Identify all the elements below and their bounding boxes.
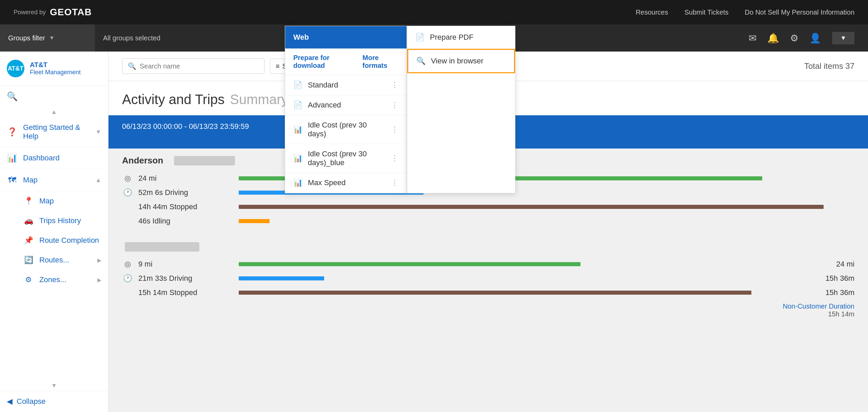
chevron-down-icon: ▼ [95,129,101,136]
standard-report-icon: 📄 [293,81,302,90]
standard-more-icon[interactable]: ⋮ [391,81,398,90]
dropdown-item-advanced[interactable]: 📄 Advanced ⋮ [285,95,407,115]
top-nav-right: Resources Submit Tickets Do Not Sell My … [636,8,854,16]
stat-row-distance-2: ◎ 9 mi 24 mi [122,257,854,271]
report-title: Activity and Trips [122,92,224,107]
route-completion-icon: 📌 [23,236,34,245]
user-button-label: ▼ [840,35,846,42]
sidebar-nav: ❓ Getting Started & Help ▼ 📊 Dashboard 🗺… [0,117,108,381]
toolbar-right: ✉ 🔔 ⚙ 👤 ▼ [749,32,868,44]
stopped-bar [239,205,824,209]
sidebar-scroll-down[interactable]: ▼ [0,381,108,391]
non-customer-label[interactable]: Non-Customer Duration [122,302,854,310]
view-browser-icon: 🔍 [416,57,426,65]
user-icon[interactable]: 👤 [809,33,821,44]
date-range-text: 06/13/23 00:00:00 - 06/13/23 23:59:59 [122,122,249,131]
dropdown-actions-row: Prepare for download More formats [285,48,407,75]
chevron-up-icon: ▲ [95,177,101,184]
distance-value-2: 24 mi [814,260,854,269]
idle-cost-icon: 📊 [293,125,302,134]
arrow-right-icon-2: ▶ [97,277,101,283]
stat-row-idling: 46s Idling [122,214,854,228]
trips-icon: 🚗 [23,216,34,225]
prepare-pdf-icon: 📄 [415,33,425,42]
search-icon: 🔍 [128,62,136,70]
prepare-download-link[interactable]: Prepare for download [293,54,352,70]
settings-icon[interactable]: ⚙ [790,33,798,44]
submit-tickets-link[interactable]: Submit Tickets [684,8,728,16]
geotab-logo: GEOTAB [50,7,92,18]
sidebar-item-routes[interactable]: 🔄 Routes... ▶ [0,250,108,270]
table-row-2: ◎ 9 mi 24 mi 🕐 21m 33s Driving 15h 36m [108,235,868,325]
prepare-pdf-item[interactable]: 📄 Prepare PDF [407,26,515,49]
all-groups-text: All groups selected [95,34,169,42]
sidebar-item-map[interactable]: 📍 Map [0,191,108,211]
help-icon: ❓ [7,127,18,137]
sidebar-header: AT&T AT&T Fleet Management [0,52,108,86]
sidebar-brand: AT&T Fleet Management [30,61,81,76]
stopped-bar-container-2 [239,291,808,295]
dropdown-item-standard[interactable]: 📄 Standard ⋮ [285,75,407,95]
sidebar-item-dashboard[interactable]: 📊 Dashboard [0,147,108,169]
sidebar: AT&T AT&T Fleet Management 🔍 ▲ ❓ Getting… [0,52,108,412]
sidebar-item-trips-history[interactable]: 🚗 Trips History [0,211,108,231]
stat-row-stopped: 14h 44m Stopped [122,200,854,214]
zones-icon: ⚙ [23,275,34,284]
resources-link[interactable]: Resources [636,8,668,16]
idle-cost-more-icon[interactable]: ⋮ [391,125,398,134]
driver-name-blur [174,156,235,165]
driver-name: Anderson [122,155,163,166]
idle-cost-blue-more-icon[interactable]: ⋮ [391,154,398,163]
do-not-sell-link[interactable]: Do Not Sell My Personal Information [745,8,854,16]
powered-by-text: Powered by [14,9,46,16]
groups-filter-caret-icon: ▼ [49,35,55,41]
groups-filter-button[interactable]: Groups filter ▼ [0,24,95,52]
top-nav: Powered by GEOTAB Resources Submit Ticke… [0,0,868,24]
att-logo: AT&T [7,60,24,77]
advanced-more-icon[interactable]: ⋮ [391,101,398,110]
dropdown-item-max-speed[interactable]: 📊 Max Speed ⋮ [285,173,407,193]
arrow-right-icon: ▶ [97,257,101,263]
right-popup: 📄 Prepare PDF 🔍 View in browser [407,26,515,193]
idling-bar [239,219,270,223]
location-icon: ◎ [122,174,133,183]
driving-value-2: 15h 36m [814,274,854,283]
sidebar-item-route-completion[interactable]: 📌 Route Completion [0,231,108,250]
non-customer-value: 15h 14m [122,310,854,318]
collapse-icon: ◀ [7,397,13,406]
sidebar-search-icon[interactable]: 🔍 [7,91,18,102]
location-icon-2: ◎ [122,260,133,269]
clock-icon: 🕐 [122,188,133,197]
total-items: Total items 37 [804,61,854,71]
groups-filter-label: Groups filter [8,34,45,42]
driving-bar-2 [239,276,324,280]
driving-bar-container-2 [239,276,808,280]
map-icon: 🗺 [7,175,18,185]
dropdown-item-idle-cost[interactable]: 📊 Idle Cost (prev 30 days) ⋮ [285,115,407,144]
sidebar-scroll-up[interactable]: ▲ [0,107,108,117]
stopped-bar-container [239,205,854,209]
routes-icon: 🔄 [23,256,34,264]
sidebar-item-zones[interactable]: ⚙ Zones... ▶ [0,270,108,290]
max-speed-more-icon[interactable]: ⋮ [391,178,398,187]
distance-bar-container-2 [239,262,808,266]
search-input[interactable] [140,62,259,70]
mail-icon[interactable]: ✉ [749,33,756,44]
main-layout: AT&T AT&T Fleet Management 🔍 ▲ ❓ Getting… [0,52,868,412]
distance-bar-2 [239,262,580,266]
search-box: 🔍 [122,58,264,74]
stopped-value-2: 15h 36m [814,288,854,297]
sidebar-item-getting-started[interactable]: ❓ Getting Started & Help ▼ [0,117,108,147]
map-pin-icon: 📍 [23,197,34,205]
top-nav-left: Powered by GEOTAB [14,7,92,18]
sidebar-item-map-group[interactable]: 🗺 Map ▲ [0,169,108,191]
dropdown-item-idle-cost-blue[interactable]: 📊 Idle Cost (prev 30 days)_blue ⋮ [285,144,407,173]
right-panel-labels: Non-Customer Duration 15h 14m [122,302,854,318]
advanced-report-icon: 📄 [293,101,302,110]
view-in-browser-item[interactable]: 🔍 View in browser [407,49,515,73]
notification-icon[interactable]: 🔔 [767,33,779,44]
sidebar-collapse-button[interactable]: ◀ Collapse [0,391,108,412]
user-button[interactable]: ▼ [832,32,854,44]
stat-row-driving-2: 🕐 21m 33s Driving 15h 36m [122,271,854,286]
more-formats-link[interactable]: More formats [362,54,398,70]
